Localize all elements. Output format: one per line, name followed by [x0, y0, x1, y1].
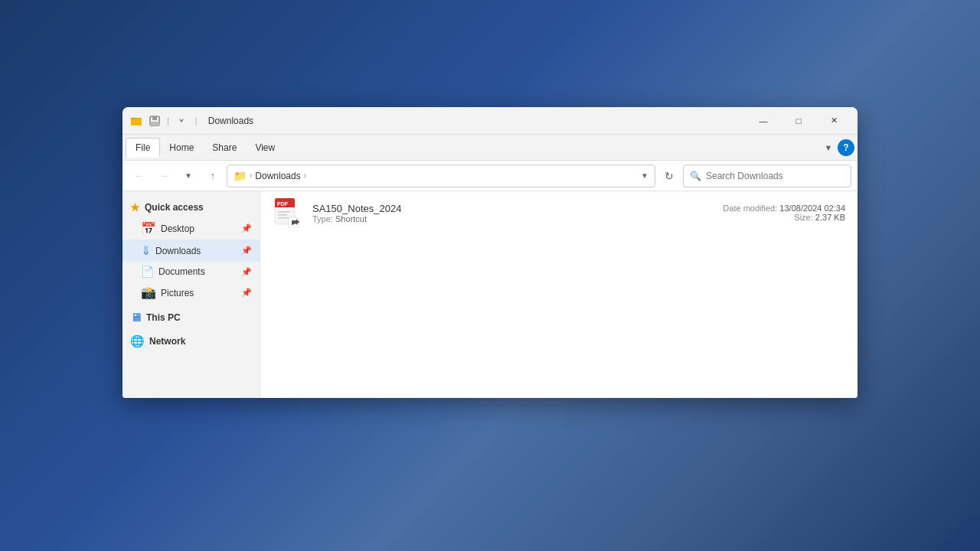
desktop-folder-icon: 📅: [141, 221, 156, 236]
back-button[interactable]: ←: [129, 165, 150, 187]
svg-text:PDF: PDF: [277, 201, 289, 207]
breadcrumb-folder-icon: 📁: [234, 170, 247, 182]
quick-access-toolbar-save[interactable]: [147, 113, 162, 129]
file-explorer-window: | | Downloads — □ ✕ File Home Share View…: [122, 107, 858, 398]
help-button[interactable]: ?: [838, 139, 854, 156]
search-box[interactable]: 🔍: [683, 165, 851, 187]
sidebar: ★ Quick access 📅 Desktop 📌 ⇓ Downloads 📌…: [122, 191, 260, 398]
network-label: Network: [149, 336, 185, 347]
main-content: PDF SA150_Notes_2024 Type: Shortcut: [260, 191, 858, 398]
this-pc-icon: 🖥: [130, 311, 142, 324]
pin-icon-pictures: 📌: [241, 288, 252, 298]
menu-home[interactable]: Home: [160, 139, 203, 157]
type-value: Shortcut: [335, 214, 367, 223]
sidebar-item-documents[interactable]: 📄 Documents 📌: [122, 262, 260, 282]
pdf-shortcut-icon: PDF: [273, 197, 302, 228]
search-input[interactable]: [706, 171, 844, 181]
sidebar-quick-access-section: ★ Quick access 📅 Desktop 📌 ⇓ Downloads 📌…: [122, 197, 260, 304]
network-header[interactable]: 🌐 Network: [122, 331, 260, 352]
window-icon: [129, 113, 144, 129]
date-modified-label: Date modified:: [723, 204, 777, 213]
file-meta: Date modified: 13/08/2024 02:34 Size: 2.…: [723, 204, 845, 222]
pin-icon-downloads: 📌: [241, 246, 252, 256]
customize-toolbar-btn[interactable]: [174, 113, 189, 129]
quick-access-header[interactable]: ★ Quick access: [122, 197, 260, 217]
sidebar-this-pc-section: 🖥 This PC: [122, 307, 260, 328]
sidebar-item-desktop-label: Desktop: [161, 223, 194, 234]
pin-icon-documents: 📌: [241, 267, 252, 277]
svg-rect-10: [278, 211, 290, 213]
sidebar-item-documents-label: Documents: [158, 266, 205, 277]
search-icon: 🔍: [690, 171, 701, 181]
pictures-icon: 📸: [141, 285, 156, 300]
sidebar-item-desktop[interactable]: 📅 Desktop 📌: [122, 217, 260, 240]
menu-file[interactable]: File: [126, 138, 160, 158]
window-controls: — □ ✕: [746, 109, 851, 133]
network-icon: 🌐: [130, 334, 145, 348]
this-pc-header[interactable]: 🖥 This PC: [122, 307, 260, 328]
breadcrumb-downloads: Downloads: [255, 171, 300, 181]
menu-view[interactable]: View: [246, 139, 284, 157]
menu-expand-icon[interactable]: ▼: [822, 142, 835, 154]
pin-icon-desktop: 📌: [241, 223, 252, 233]
quick-access-label: Quick access: [145, 202, 204, 213]
svg-rect-5: [150, 122, 159, 126]
nav-bar: ← → ▼ ↑ 📁 › Downloads › ▼ ↻ 🔍: [122, 161, 858, 191]
sidebar-item-downloads[interactable]: ⇓ Downloads 📌: [122, 240, 260, 262]
window-title: Downloads: [208, 116, 253, 126]
sidebar-item-downloads-label: Downloads: [155, 246, 201, 256]
date-modified-value: 13/08/2024 02:34: [779, 204, 845, 213]
title-separator: |: [195, 116, 198, 126]
minimize-button[interactable]: —: [746, 109, 781, 133]
menu-share[interactable]: Share: [203, 139, 246, 157]
breadcrumb-chevron: ›: [250, 171, 252, 180]
svg-rect-4: [152, 116, 157, 120]
menu-bar-right: ▼ ?: [822, 139, 854, 156]
content-area: ★ Quick access 📅 Desktop 📌 ⇓ Downloads 📌…: [122, 191, 858, 398]
svg-rect-12: [278, 217, 289, 219]
maximize-button[interactable]: □: [781, 109, 816, 133]
star-icon: ★: [130, 201, 140, 214]
file-icon-wrapper: PDF: [273, 197, 303, 228]
file-name: SA150_Notes_2024: [312, 203, 714, 214]
title-bar: | | Downloads — □ ✕: [122, 107, 858, 135]
documents-icon: 📄: [141, 266, 154, 278]
breadcrumb: 📁 › Downloads ›: [234, 170, 638, 182]
date-modified-row: Date modified: 13/08/2024 02:34: [723, 204, 845, 213]
size-label: Size:: [794, 213, 812, 222]
size-value: 2.37 KB: [815, 213, 845, 222]
size-row: Size: 2.37 KB: [723, 213, 845, 222]
svg-rect-2: [131, 119, 142, 126]
sidebar-item-pictures-label: Pictures: [161, 288, 194, 298]
sidebar-network-section: 🌐 Network: [122, 331, 260, 352]
address-dropdown-button[interactable]: ▼: [641, 171, 648, 180]
breadcrumb-end-chevron: ›: [304, 171, 306, 180]
recent-locations-button[interactable]: ▼: [178, 165, 199, 187]
this-pc-label: This PC: [146, 312, 181, 323]
close-button[interactable]: ✕: [816, 109, 851, 133]
toolbar-separator: |: [167, 116, 169, 126]
file-type: Type: Shortcut: [312, 214, 714, 223]
menu-bar: File Home Share View ▼ ?: [122, 135, 858, 161]
file-info: SA150_Notes_2024 Type: Shortcut: [312, 203, 714, 223]
downloads-icon: ⇓: [141, 243, 151, 258]
type-label: Type:: [312, 214, 333, 223]
refresh-button[interactable]: ↻: [658, 165, 680, 187]
up-button[interactable]: ↑: [202, 165, 224, 187]
title-bar-left: | | Downloads: [129, 113, 746, 129]
address-bar[interactable]: 📁 › Downloads › ▼: [227, 165, 655, 187]
sidebar-item-pictures[interactable]: 📸 Pictures 📌: [122, 282, 260, 304]
forward-button[interactable]: →: [153, 165, 175, 187]
svg-rect-11: [278, 214, 287, 216]
table-row[interactable]: PDF SA150_Notes_2024 Type: Shortcut: [260, 191, 858, 234]
